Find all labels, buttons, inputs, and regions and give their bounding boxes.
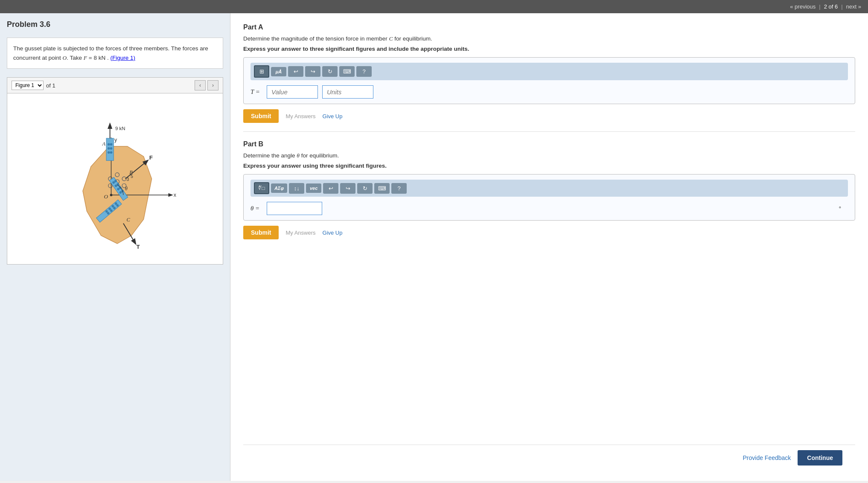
part-b-refresh-icon: ↻ — [363, 185, 367, 192]
refresh-btn[interactable]: ↻ — [322, 66, 338, 77]
part-b-action-row: Submit My Answers Give Up — [243, 226, 855, 239]
mu-icon: μÅ — [276, 69, 282, 74]
svg-text:O: O — [104, 193, 108, 200]
provide-feedback-link[interactable]: Provide Feedback — [743, 454, 791, 461]
grid-icon-btn[interactable]: ⊞ — [254, 65, 269, 78]
next-link[interactable]: next » — [846, 3, 861, 10]
part-b-vec-btn[interactable]: vec — [306, 183, 321, 193]
part-a-submit-btn[interactable]: Submit — [243, 109, 279, 123]
part-a-give-up-link[interactable]: Give Up — [323, 113, 343, 119]
part-a-action-row: Submit My Answers Give Up — [243, 109, 855, 123]
right-panel: Part A Determine the magnitude of the te… — [230, 13, 868, 481]
bottom-footer: Provide Feedback Continue — [243, 445, 855, 471]
figure-prev-btn[interactable]: ‹ — [195, 80, 206, 90]
degree-symbol: ° — [839, 205, 841, 212]
part-a-my-answers-link[interactable]: My Answers — [285, 113, 315, 119]
part-b-title: Part B — [243, 140, 855, 148]
part-b-toolbar: ∜□ ΑΣφ ↕↓ vec ↩ ↪ — [250, 180, 848, 197]
redo-icon: ↪ — [311, 68, 315, 75]
part-b-my-answers-link[interactable]: My Answers — [285, 230, 315, 236]
part-b-undo-icon: ↩ — [329, 185, 333, 192]
svg-text:A: A — [102, 141, 105, 147]
part-b-instruction: Express your answer using three signific… — [243, 163, 855, 169]
part-b-grid-btn[interactable]: ∜□ — [254, 182, 269, 194]
part-b-description: Determine the angle θ for equilibrium. — [243, 152, 855, 159]
svg-rect-13 — [106, 138, 114, 160]
part-b-submit-btn[interactable]: Submit — [243, 226, 279, 239]
part-b-sigma-btn[interactable]: ΑΣφ — [271, 183, 287, 193]
svg-text:9 kN: 9 kN — [115, 126, 125, 131]
continue-btn[interactable]: Continue — [798, 450, 842, 466]
figure-next-btn[interactable]: › — [207, 80, 218, 90]
svg-point-15 — [110, 143, 112, 146]
svg-point-18 — [107, 151, 110, 154]
part-a-units-input[interactable] — [322, 85, 373, 99]
redo-btn[interactable]: ↪ — [305, 66, 320, 77]
problem-description: The gusset plate is subjected to the for… — [7, 38, 223, 69]
part-b-redo-icon: ↪ — [346, 185, 350, 192]
svg-text:x: x — [173, 192, 176, 198]
part-b-input-label: θ = — [250, 205, 262, 212]
nav-separator: | — [819, 3, 820, 10]
svg-point-19 — [110, 151, 112, 154]
arrows-icon: ↕↓ — [294, 185, 300, 192]
figure-link[interactable]: (Figure 1) — [111, 55, 136, 61]
part-b-keyboard-icon: ⌨ — [378, 185, 386, 192]
part-b-give-up-link[interactable]: Give Up — [323, 230, 343, 236]
figure-header: Figure 1 of 1 ‹ › — [7, 78, 223, 93]
svg-text:T: T — [136, 244, 140, 250]
part-a-instruction: Express your answer to three significant… — [243, 46, 855, 52]
figure-dropdown[interactable]: Figure 1 — [12, 81, 44, 90]
part-b-root-icon: ∜□ — [258, 185, 265, 191]
part-a-description: Determine the magnitude of the tension f… — [243, 35, 855, 42]
svg-text:C: C — [126, 217, 130, 223]
sigma-icon: ΑΣφ — [274, 186, 284, 191]
problem-title: Problem 3.6 — [7, 20, 223, 29]
part-b-value-input[interactable] — [267, 202, 322, 215]
part-b-refresh-btn[interactable]: ↻ — [357, 183, 373, 194]
left-panel: Problem 3.6 The gusset plate is subjecte… — [0, 13, 230, 481]
undo-btn[interactable]: ↩ — [288, 66, 303, 77]
svg-text:y: y — [114, 137, 117, 143]
part-a-value-input[interactable] — [267, 85, 318, 99]
help-icon: ? — [362, 68, 365, 75]
part-b-undo-btn[interactable]: ↩ — [323, 183, 338, 194]
refresh-icon: ↻ — [328, 68, 332, 75]
page-counter: 2 of 6 — [824, 3, 838, 10]
svg-point-17 — [110, 147, 112, 150]
help-btn[interactable]: ? — [356, 66, 372, 77]
part-b-arrows-btn[interactable]: ↕↓ — [289, 183, 304, 194]
part-a-toolbar: ⊞ μÅ ↩ ↪ ↻ ⌨ — [250, 63, 848, 80]
figure-box: Figure 1 of 1 ‹ › — [7, 77, 223, 265]
mu-btn[interactable]: μÅ — [271, 67, 286, 76]
part-b-help-icon: ? — [398, 185, 401, 192]
part-b-input-row: θ = ° — [250, 202, 848, 215]
figure-svg: O y x 9 kN — [34, 98, 196, 260]
svg-text:F: F — [149, 155, 152, 161]
svg-text:3: 3 — [126, 177, 129, 182]
previous-link[interactable]: « previous — [790, 3, 816, 10]
part-a-section: Part A Determine the magnitude of the te… — [243, 23, 855, 132]
part-a-input-row: T = — [250, 85, 848, 99]
figure-nav-arrows: ‹ › — [195, 80, 218, 90]
svg-point-14 — [107, 143, 110, 146]
top-navigation: « previous | 2 of 6 | next » — [0, 0, 868, 13]
part-a-title: Part A — [243, 23, 855, 31]
part-b-keyboard-btn[interactable]: ⌨ — [374, 183, 390, 194]
keyboard-btn[interactable]: ⌨ — [339, 66, 355, 77]
keyboard-icon: ⌨ — [343, 68, 351, 75]
part-b-section: Part B Determine the angle θ for equilib… — [243, 140, 855, 248]
undo-icon: ↩ — [294, 68, 298, 75]
nav-separator-2: | — [841, 3, 842, 10]
grid-icon: ⊞ — [259, 68, 264, 75]
part-a-input-label: T = — [250, 88, 262, 96]
figure-image: O y x 9 kN — [7, 93, 223, 264]
part-b-answer-box: ∜□ ΑΣφ ↕↓ vec ↩ ↪ — [243, 174, 855, 221]
vec-icon: vec — [310, 186, 317, 191]
svg-text:θ: θ — [125, 186, 127, 192]
part-b-help-btn[interactable]: ? — [391, 183, 407, 194]
figure-selector: Figure 1 of 1 — [12, 81, 55, 90]
svg-point-16 — [107, 147, 110, 150]
part-a-answer-box: ⊞ μÅ ↩ ↪ ↻ ⌨ — [243, 57, 855, 104]
part-b-redo-btn[interactable]: ↪ — [340, 183, 355, 194]
